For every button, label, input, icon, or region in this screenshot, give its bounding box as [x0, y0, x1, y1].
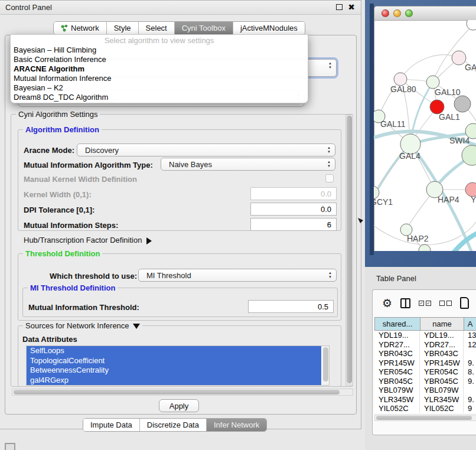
table-row[interactable]: YER054C YER054C 8. — [374, 367, 476, 377]
which-threshold-value: MI Threshold — [146, 271, 191, 280]
data-attributes-label: Data Attributes — [22, 335, 77, 344]
cell-name: YBL079W — [420, 386, 464, 395]
tab[interactable]: Network — [54, 22, 107, 34]
algorithm-popup-item[interactable]: Bayesian – K2 — [11, 83, 308, 93]
apply-button[interactable]: Apply — [159, 399, 199, 412]
kernel-width-field[interactable]: 0.0 — [250, 187, 337, 200]
data-attributes-list[interactable]: SelfLoops TopologicalCoefficient Between… — [26, 345, 330, 386]
float-window-icon[interactable] — [336, 4, 343, 10]
bottom-tab-label: Infer Network — [214, 420, 259, 429]
node-label: GAL10 — [435, 87, 461, 97]
column-header[interactable]: A — [464, 317, 476, 331]
table-row[interactable]: YBR043C YBR043C — [374, 349, 476, 358]
network-window-titlebar — [374, 6, 476, 21]
tab[interactable]: Cyni Toolbox — [175, 22, 233, 34]
cell-name: YBR043C — [420, 349, 464, 358]
table-panel-window: Table Panel ⚙ ✓✓ shared... name — [365, 267, 476, 450]
zoom-traffic-light-icon[interactable] — [405, 9, 413, 17]
dpi-tolerance-field[interactable]: 0.0 — [250, 203, 337, 216]
column-header[interactable]: name — [420, 317, 464, 331]
cell-name: YLR345W — [420, 395, 464, 405]
attribute-item[interactable]: SelfLoops — [27, 346, 321, 356]
corner-widget[interactable] — [5, 443, 15, 450]
tab[interactable]: Select — [139, 22, 175, 34]
which-threshold-combo[interactable]: MI Threshold ▲▼ — [138, 269, 337, 282]
mi-type-combo[interactable]: Naive Bayes ▲▼ — [161, 158, 335, 171]
mi-steps-field[interactable]: 6 — [250, 218, 337, 231]
select-all-columns-icon[interactable]: ✓✓ — [419, 301, 431, 306]
aracne-mode-combo[interactable]: Discovery ▲▼ — [77, 144, 335, 156]
sources-group-title[interactable]: Sources for Network Inference — [23, 321, 142, 330]
new-table-icon[interactable] — [460, 297, 469, 309]
attribute-item[interactable]: BetweennessCentrality — [27, 366, 321, 376]
table-row[interactable]: YDL19... YDL19... 13 — [374, 331, 476, 340]
network-node-gal[interactable] — [452, 51, 466, 65]
deselect-all-columns-icon[interactable] — [439, 301, 452, 306]
combo-stepper-icon: ▲▼ — [328, 271, 332, 279]
apply-button-label: Apply — [169, 402, 189, 410]
table-body: YDL19... YDL19... 13 YDR27... YDR27... 1… — [374, 331, 476, 413]
algorithm-popup-item[interactable]: Bayesian – Hill Climbing — [11, 45, 308, 55]
node-label: GAL11 — [380, 119, 406, 129]
tab-label: Select — [146, 24, 167, 32]
bottom-tab[interactable]: Infer Network — [207, 419, 266, 431]
algorithm-popup-item[interactable]: Mutual Information Inference — [11, 74, 308, 83]
node-label: GAL1 — [439, 112, 460, 122]
node-label: GAL — [465, 63, 476, 72]
cell-shared-name: YLR345W — [374, 395, 420, 405]
attribute-item[interactable]: TopologicalCoefficient — [27, 356, 321, 366]
algorithm-popup-item[interactable]: Basic Correlation Inference — [11, 55, 308, 64]
tab-label: jActiveMNodules — [240, 24, 298, 32]
settings-horizontal-scrollbar[interactable] — [12, 389, 353, 396]
table-row[interactable]: YDR27... YDR27... 12 — [374, 340, 476, 350]
bottom-tab[interactable]: Discretize Data — [140, 419, 207, 431]
table-row[interactable]: YLR345W YLR345W 9. — [374, 395, 476, 405]
table-horizontal-scrollbar[interactable] — [374, 415, 476, 421]
bottom-tab[interactable]: Impute Data — [83, 419, 140, 431]
close-traffic-light-icon[interactable] — [382, 9, 389, 17]
algorithm-popup-list: Bayesian – Hill Climbing Basic Correlati… — [11, 45, 308, 102]
table-row[interactable]: YBL079W YBL079W — [374, 386, 476, 395]
algorithm-popup-item[interactable]: ARACNE Algorithm — [11, 64, 308, 74]
network-node-gal80[interactable] — [394, 73, 407, 86]
algorithm-popup-item[interactable]: Dream8 DC_TDC Algorithm — [11, 93, 308, 102]
cell-value: 12 — [464, 340, 476, 350]
cell-name: YIL052C — [420, 404, 464, 413]
cell-name: YBR045C — [420, 377, 464, 386]
dpi-tolerance-label: DPI Tolerance [0,1]: — [24, 206, 94, 214]
tab[interactable]: Style — [107, 22, 139, 34]
node-label: HAP4 — [438, 195, 459, 204]
table-row[interactable]: YIL052C YIL052C 9 — [374, 404, 476, 413]
cell-shared-name: YDR27... — [374, 340, 420, 350]
close-icon[interactable]: ✖ — [348, 3, 355, 11]
network-node-gal10[interactable] — [426, 76, 439, 89]
network-edge[interactable] — [400, 55, 459, 79]
settings-vertical-scrollbar[interactable] — [345, 115, 353, 386]
combo-stepper-icon: ▲▼ — [328, 61, 332, 70]
attribute-item[interactable]: gal4RGexp — [27, 376, 321, 386]
attributes-scrollbar[interactable] — [322, 346, 329, 385]
network-node[interactable] — [419, 244, 431, 251]
manual-kernel-checkbox[interactable] — [325, 174, 334, 182]
columns-icon[interactable] — [400, 298, 410, 308]
tab[interactable]: jActiveMNodules — [233, 22, 305, 34]
column-header[interactable]: shared... — [374, 317, 420, 331]
network-node[interactable] — [454, 96, 471, 112]
minimize-traffic-light-icon[interactable] — [393, 9, 401, 17]
table-toolbar: ⚙ ✓✓ — [373, 290, 476, 316]
dpi-tolerance-value: 0.0 — [321, 205, 331, 214]
cell-value: 9 — [464, 404, 476, 413]
gear-icon[interactable]: ⚙ — [382, 298, 392, 309]
cell-name: YDL19... — [420, 331, 464, 340]
table-row[interactable]: YPR145W YPR145W 9. — [374, 358, 476, 368]
hub-definition-toggle[interactable]: Hub/Transcription Factor Definition — [24, 236, 152, 244]
combo-stepper-icon: ▲▼ — [327, 160, 331, 168]
cell-value: 9. — [464, 377, 476, 386]
network-node[interactable] — [467, 20, 476, 30]
network-canvas[interactable]: GALGAL80GAL10GAL1GAL11SWI4GAL4GCY1HAP4YH… — [374, 20, 476, 251]
table-row[interactable]: YBR045C YBR045C 9. — [374, 377, 476, 386]
mi-threshold-field[interactable]: 0.5 — [248, 300, 334, 313]
table-panel-title: Table Panel — [376, 274, 416, 283]
cell-value — [464, 386, 476, 395]
which-threshold-label: Which threshold to use: — [50, 272, 137, 281]
